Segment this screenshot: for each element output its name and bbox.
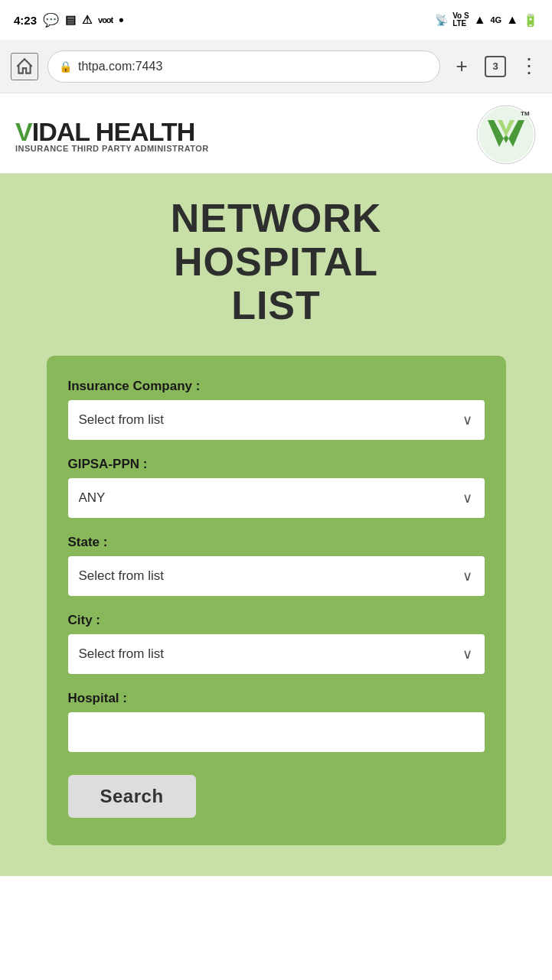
logo-brand-rest: IDAL HEALTH [32,117,195,147]
browser-actions: + 3 ⋮ [449,54,541,79]
state-select-wrapper: Select from list [68,556,485,596]
browser-bar: 🔒 thtpa.com:7443 + 3 ⋮ [0,40,552,93]
time-display: 4:23 [14,14,37,27]
sim-icon: ▤ [65,13,76,27]
signal-icon: ▲ [506,13,518,27]
network-label: 4G [490,15,501,24]
search-button[interactable]: Search [68,775,196,818]
voot-icon: voot [98,15,113,24]
city-label: City : [68,613,485,628]
page-content: VIDAL HEALTH INSURANCE THIRD PARTY ADMIN… [0,93,552,876]
logo-icon-area: TM [475,104,537,165]
battery-icon: 🔋 [523,13,538,28]
cast-icon: 📡 [435,14,448,26]
insurance-company-group: Insurance Company : Select from list [68,379,485,440]
city-select[interactable]: Select from list [68,634,485,674]
lock-icon: 🔒 [59,60,72,73]
hospital-input[interactable] [68,712,485,752]
insurance-company-select[interactable]: Select from list [68,400,485,440]
hospital-label: Hospital : [68,691,485,706]
city-group: City : Select from list [68,613,485,674]
gipsa-ppn-group: GIPSA-PPN : ANY [68,457,485,518]
main-section: NETWORKHOSPITALLIST Insurance Company : … [0,174,552,876]
logo-subtitle: INSURANCE THIRD PARTY ADMINISTRATOR [15,144,209,153]
vidal-logo-icon: TM [476,105,536,164]
volte-label: Vo SLTE [452,12,469,28]
gipsa-ppn-select[interactable]: ANY [68,478,485,518]
status-right: 📡 Vo SLTE ▲ 4G ▲ 🔋 [435,12,538,28]
gipsa-ppn-label: GIPSA-PPN : [68,457,485,472]
form-card: Insurance Company : Select from list GIP… [47,356,506,845]
city-select-wrapper: Select from list [68,634,485,674]
url-display: thtpa.com:7443 [78,60,162,73]
page-title: NETWORKHOSPITALLIST [15,197,537,328]
insurance-company-label: Insurance Company : [68,379,485,394]
logo-v-letter: V [15,117,32,147]
svg-text:TM: TM [521,110,530,117]
alert-icon: ⚠ [82,13,92,27]
gipsa-ppn-select-wrapper: ANY [68,478,485,518]
state-select[interactable]: Select from list [68,556,485,596]
state-group: State : Select from list [68,535,485,596]
logo-text-area: VIDAL HEALTH INSURANCE THIRD PARTY ADMIN… [15,117,209,153]
home-button[interactable] [11,53,38,80]
logo-section: VIDAL HEALTH INSURANCE THIRD PARTY ADMIN… [0,93,552,174]
whatsapp-icon: 💬 [43,12,59,28]
new-tab-button[interactable]: + [449,54,474,79]
status-bar: 4:23 💬 ▤ ⚠ voot • 📡 Vo SLTE ▲ 4G ▲ 🔋 [0,0,552,40]
state-label: State : [68,535,485,550]
logo-title: VIDAL HEALTH [15,117,209,147]
tab-count-button[interactable]: 3 [485,56,506,77]
insurance-company-select-wrapper: Select from list [68,400,485,440]
more-options-button[interactable]: ⋮ [517,54,541,79]
wifi-icon: ▲ [474,13,486,27]
hospital-group: Hospital : [68,691,485,752]
dot-icon: • [119,12,123,28]
address-bar[interactable]: 🔒 thtpa.com:7443 [47,50,440,83]
status-left: 4:23 💬 ▤ ⚠ voot • [14,12,124,28]
